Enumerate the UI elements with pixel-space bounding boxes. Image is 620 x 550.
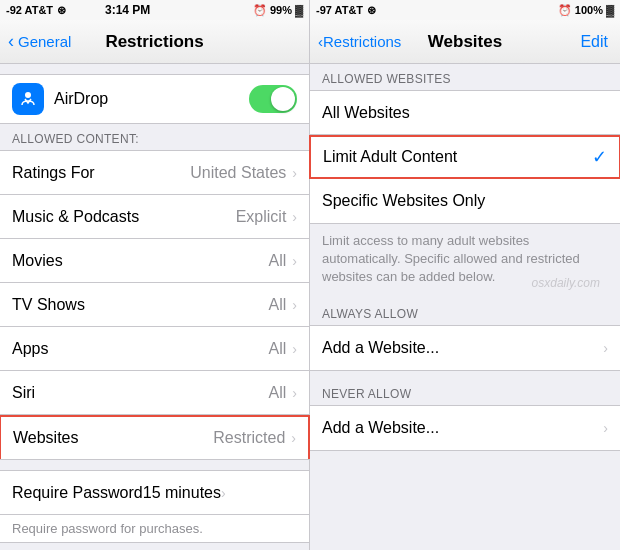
alarm-icon-left: ⏰ [253,4,267,17]
ratings-for-row[interactable]: Ratings For United States › [0,151,309,195]
back-arrow-left: ‹ [8,31,14,52]
right-status-right: ⏰ 100% ▓ [558,4,614,17]
music-podcasts-value: Explicit [236,208,287,226]
require-password-chevron: › [221,485,226,501]
time-left: 3:14 PM [105,3,150,17]
always-allow-group: Add a Website... › [310,325,620,371]
require-password-value: 15 minutes [143,484,221,502]
all-websites-row[interactable]: All Websites [310,91,620,135]
specific-websites-label: Specific Websites Only [322,192,608,210]
siri-chevron: › [292,385,297,401]
websites-label: Websites [13,429,213,447]
back-button-right[interactable]: ‹ Restrictions [318,33,401,50]
alarm-icon-right: ⏰ [558,4,572,17]
movies-value: All [269,252,287,270]
apps-chevron: › [292,341,297,357]
always-allow-header: ALWAYS ALLOW [310,299,620,325]
music-podcasts-row[interactable]: Music & Podcasts Explicit › [0,195,309,239]
websites-value: Restricted [213,429,285,447]
carrier-left: -92 AT&T [6,4,53,16]
tv-shows-label: TV Shows [12,296,269,314]
movies-label: Movies [12,252,269,270]
never-allow-add-label: Add a Website... [322,419,603,437]
movies-chevron: › [292,253,297,269]
never-allow-add-row[interactable]: Add a Website... › [310,406,620,450]
toggle-thumb [271,87,295,111]
watermark: osxdaily.com [532,276,600,290]
require-password-section: Require Password 15 minutes › Require pa… [0,470,309,543]
never-allow-header: NEVER ALLOW [310,379,620,405]
never-allow-group: Add a Website... › [310,405,620,451]
ratings-for-label: Ratings For [12,164,190,182]
carrier-right: -97 AT&T [316,4,363,16]
page-title-right: Websites [428,32,502,52]
movies-row[interactable]: Movies All › [0,239,309,283]
back-button-left[interactable]: ‹ General [8,31,71,52]
specific-websites-row[interactable]: Specific Websites Only [310,179,620,223]
music-podcasts-chevron: › [292,209,297,225]
tv-shows-chevron: › [292,297,297,313]
apps-label: Apps [12,340,269,358]
apps-value: All [269,340,287,358]
website-options-group: All Websites Limit Adult Content ✓ Speci… [310,90,620,224]
all-websites-label: All Websites [322,104,608,122]
never-allow-chevron: › [603,420,608,436]
ratings-for-value: United States [190,164,286,182]
battery-icon-left: ▓ [295,4,303,16]
limit-adult-content-row[interactable]: Limit Adult Content ✓ [309,135,620,179]
edit-button[interactable]: Edit [580,33,608,51]
music-podcasts-label: Music & Podcasts [12,208,236,226]
battery-left: 99% [270,4,292,16]
wifi-icon-left: ⊛ [57,4,66,17]
wifi-icon-right: ⊛ [367,4,376,17]
svg-point-0 [25,92,31,98]
battery-icon-right: ▓ [606,4,614,16]
left-panel: -92 AT&T ⊛ 3:14 PM ⏰ 99% ▓ ‹ General Res… [0,0,310,550]
right-panel: -97 AT&T ⊛ 11:39 AM ⏰ 100% ▓ ‹ Restricti… [310,0,620,550]
back-label-left: General [18,33,71,50]
back-label-right: Restrictions [323,33,401,50]
siri-value: All [269,384,287,402]
always-allow-add-row[interactable]: Add a Website... › [310,326,620,370]
allowed-websites-header: ALLOWED WEBSITES [310,64,620,90]
status-bar-right: -97 AT&T ⊛ 11:39 AM ⏰ 100% ▓ [310,0,620,20]
page-title-left: Restrictions [105,32,203,52]
content-settings-group: Ratings For United States › Music & Podc… [0,150,309,460]
websites-row[interactable]: Websites Restricted › [0,415,310,459]
carrier-signal-right: -97 AT&T ⊛ [316,4,376,17]
nav-bar-left: ‹ General Restrictions [0,20,309,64]
airdrop-label: AirDrop [54,90,239,108]
allowed-content-header: ALLOWED CONTENT: [0,124,309,150]
tv-shows-row[interactable]: TV Shows All › [0,283,309,327]
airdrop-icon [12,83,44,115]
status-bar-left: -92 AT&T ⊛ 3:14 PM ⏰ 99% ▓ [0,0,309,20]
battery-right: 100% [575,4,603,16]
always-allow-chevron: › [603,340,608,356]
siri-row[interactable]: Siri All › [0,371,309,415]
apps-row[interactable]: Apps All › [0,327,309,371]
tv-shows-value: All [269,296,287,314]
nav-bar-right: ‹ Restrictions Websites Edit [310,20,620,64]
require-password-row[interactable]: Require Password 15 minutes › [0,471,309,515]
limit-adult-label: Limit Adult Content [323,148,592,166]
always-allow-add-label: Add a Website... [322,339,603,357]
require-password-subtext: Require password for purchases. [0,515,309,542]
airdrop-row[interactable]: AirDrop [0,74,309,124]
require-password-label: Require Password [12,484,143,502]
siri-label: Siri [12,384,269,402]
ratings-for-chevron: › [292,165,297,181]
limit-adult-checkmark: ✓ [592,146,607,168]
carrier-signal-left: -92 AT&T ⊛ [6,4,66,17]
right-status-left: ⏰ 99% ▓ [253,4,303,17]
websites-chevron: › [291,430,296,446]
airdrop-toggle[interactable] [249,85,297,113]
